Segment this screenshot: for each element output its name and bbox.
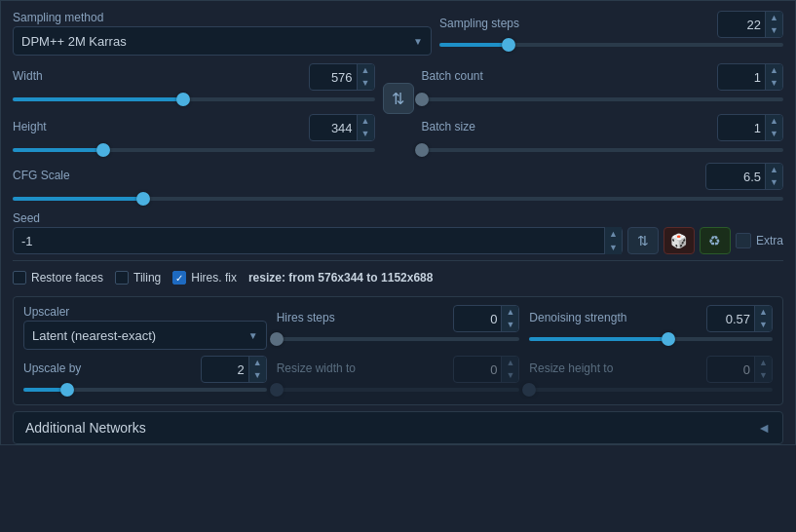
resize-width-thumb[interactable] (270, 383, 284, 397)
hires-steps-slider[interactable] (277, 332, 520, 346)
batch-count-thumb[interactable] (415, 93, 429, 106)
resize-width-slider[interactable] (277, 383, 520, 397)
upscale-by-input-wrap: ▲ ▼ (201, 356, 267, 383)
batch-size-thumb[interactable] (415, 143, 429, 157)
denoising-thumb[interactable] (662, 332, 675, 346)
hires-fix-label: Hires. fix (191, 271, 237, 285)
restore-faces-box[interactable] (13, 271, 26, 285)
upscaler-value: Latent (nearest-exact) (32, 328, 156, 343)
cfg-down[interactable]: ▼ (766, 176, 782, 189)
upscaler-dropdown[interactable]: Latent (nearest-exact) ▼ (23, 321, 267, 350)
hires-steps-thumb[interactable] (270, 332, 284, 346)
denoising-spinners: ▲ ▼ (754, 306, 772, 331)
hires-steps-up[interactable]: ▲ (502, 306, 518, 319)
restore-faces-cb[interactable]: Restore faces (13, 271, 103, 285)
extra-checkbox[interactable] (736, 233, 751, 248)
height-up[interactable]: ▲ (358, 115, 374, 128)
hires-fix-box[interactable]: ✓ (172, 271, 186, 285)
upscale-by-thumb[interactable] (60, 383, 74, 397)
sampling-method-dropdown[interactable]: DPM++ 2M Karras ▼ (13, 26, 432, 56)
additional-networks-panel[interactable]: Additional Networks ◄ (13, 411, 783, 444)
batch-size-input[interactable] (718, 121, 765, 135)
height-down[interactable]: ▼ (358, 128, 374, 140)
sampling-steps-up[interactable]: ▲ (766, 12, 782, 24)
upscale-by-slider[interactable] (23, 383, 267, 397)
seed-dice-btn[interactable]: 🎲 (663, 227, 695, 254)
sampling-method-arrow: ▼ (413, 36, 423, 47)
sampling-steps-down[interactable]: ▼ (766, 24, 782, 37)
batch-size-track (422, 148, 784, 152)
cfg-spinners: ▲ ▼ (765, 164, 782, 189)
resize-width-up[interactable]: ▲ (502, 357, 518, 369)
cfg-input-wrap: ▲ ▼ (705, 163, 783, 190)
tiling-label: Tiling (133, 271, 161, 285)
resize-from: 576x344 (318, 271, 363, 285)
restore-faces-label: Restore faces (31, 271, 103, 285)
width-up[interactable]: ▲ (358, 64, 374, 77)
resize-height-slider[interactable] (529, 383, 773, 397)
batch-count-input-wrap: ▲ ▼ (717, 63, 783, 91)
sampling-steps-input[interactable] (718, 18, 765, 32)
hires-fix-cb[interactable]: ✓ Hires. fix (172, 271, 237, 285)
denoising-down[interactable]: ▼ (755, 319, 772, 331)
cfg-fill (13, 197, 143, 201)
denoising-fill (529, 337, 667, 341)
resize-width-track (277, 388, 520, 392)
resize-height-input[interactable] (707, 362, 754, 377)
swap-button[interactable]: ⇅ (383, 83, 414, 114)
resize-height-down[interactable]: ▼ (755, 369, 772, 382)
seed-input[interactable] (14, 234, 604, 248)
seed-recycle-btn[interactable]: ♻ (700, 227, 731, 254)
sampling-steps-track (439, 43, 783, 47)
seed-arrows-btn[interactable]: ⇅ (627, 227, 659, 254)
sampling-steps-thumb[interactable] (502, 38, 515, 52)
hires-steps-down[interactable]: ▼ (502, 319, 518, 331)
denoising-input[interactable] (707, 312, 754, 326)
resize-width-input-wrap: ▲ ▼ (453, 356, 519, 383)
cfg-header: CFG Scale ▲ ▼ (13, 163, 783, 190)
batch-size-down[interactable]: ▼ (766, 128, 782, 140)
seed-up[interactable]: ▲ (605, 227, 622, 241)
batch-size-up[interactable]: ▲ (766, 115, 782, 128)
hires-steps-input[interactable] (454, 312, 501, 326)
upscaler-label: Upscaler (23, 305, 267, 319)
cfg-thumb[interactable] (136, 192, 150, 206)
upscale-by-up[interactable]: ▲ (249, 357, 266, 369)
height-input[interactable] (310, 121, 357, 135)
resize-width-input[interactable] (454, 362, 501, 377)
sampling-steps-slider[interactable] (439, 38, 783, 52)
batch-count-slider[interactable] (422, 93, 784, 106)
upscale-by-input[interactable] (202, 362, 248, 377)
cfg-slider[interactable] (13, 192, 783, 206)
upscale-by-label: Upscale by (23, 361, 81, 375)
batch-count-input[interactable] (718, 70, 765, 85)
tiling-cb[interactable]: Tiling (115, 271, 161, 285)
upscale-by-track (23, 388, 267, 392)
denoising-up[interactable]: ▲ (755, 306, 772, 319)
seed-down[interactable]: ▼ (605, 241, 622, 254)
sampling-method-value: DPM++ 2M Karras (21, 34, 127, 49)
cfg-input[interactable] (706, 170, 765, 184)
resize-height-label: Resize height to (529, 361, 613, 375)
height-input-wrap: ▲ ▼ (309, 114, 375, 141)
width-slider[interactable] (13, 93, 375, 106)
height-slider[interactable] (13, 143, 375, 157)
cfg-up[interactable]: ▲ (766, 164, 782, 176)
tiling-box[interactable] (115, 271, 129, 285)
denoising-slider[interactable] (529, 332, 773, 346)
batch-count-down[interactable]: ▼ (766, 77, 782, 90)
upscale-by-down[interactable]: ▼ (249, 369, 266, 382)
width-input[interactable] (310, 70, 357, 85)
batch-size-slider[interactable] (422, 143, 784, 157)
seed-controls: ▲ ▼ ⇅ 🎲 ♻ Extra (13, 227, 783, 254)
resize-height-thumb[interactable] (522, 383, 536, 397)
sampling-steps-spinners: ▲ ▼ (765, 12, 782, 37)
width-down[interactable]: ▼ (358, 77, 374, 90)
height-thumb[interactable] (96, 143, 110, 157)
upscale-by-col: Upscale by ▲ ▼ (23, 356, 267, 397)
batch-count-up[interactable]: ▲ (766, 64, 782, 77)
resize-height-spinners: ▲ ▼ (754, 357, 772, 382)
width-thumb[interactable] (176, 93, 190, 106)
resize-width-down[interactable]: ▼ (502, 369, 518, 382)
resize-height-up[interactable]: ▲ (755, 357, 772, 369)
